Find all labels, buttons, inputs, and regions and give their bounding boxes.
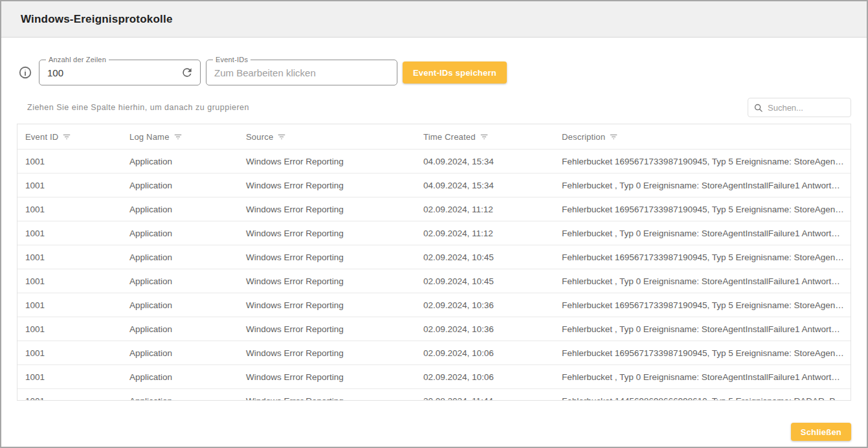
cell-time-created: 04.09.2024, 15:34	[416, 150, 554, 173]
column-header-time-created[interactable]: Time Created	[416, 124, 554, 149]
cell-event-id: 1001	[17, 317, 122, 341]
filter-icon[interactable]	[62, 132, 71, 141]
cell-log-name: Application	[122, 389, 238, 401]
table-row[interactable]: 1001ApplicationWindows Error Reporting02…	[17, 341, 851, 365]
cell-description: Fehlerbucket 1695671733987190945, Typ 5 …	[554, 150, 851, 173]
cell-description: Fehlerbucket , Typ 0 Ereignisname: Store…	[554, 221, 851, 245]
cell-event-id: 1001	[17, 245, 122, 269]
cell-source: Windows Error Reporting	[238, 365, 416, 388]
filter-icon[interactable]	[609, 132, 618, 141]
titlebar: Windows-Ereignisprotokolle	[1, 1, 867, 38]
cell-time-created: 02.09.2024, 11:12	[416, 221, 554, 245]
refresh-icon[interactable]	[181, 66, 194, 79]
row-count-field[interactable]: Anzahl der Zeilen	[39, 60, 201, 85]
table-row[interactable]: 1001ApplicationWindows Error Reporting04…	[17, 174, 851, 197]
cell-log-name: Application	[122, 174, 238, 197]
dialog-content: Anzahl der Zeilen Event-IDs Event-IDs sp…	[1, 38, 867, 447]
cell-source: Windows Error Reporting	[238, 245, 416, 269]
cell-event-id: 1001	[17, 389, 122, 401]
cell-description: Fehlerbucket 1695671733987190945, Typ 5 …	[554, 197, 851, 221]
cell-time-created: 02.09.2024, 10:06	[416, 341, 554, 364]
table-row[interactable]: 1001ApplicationWindows Error Reporting02…	[17, 269, 851, 293]
cell-source: Windows Error Reporting	[238, 174, 416, 197]
cell-source: Windows Error Reporting	[238, 221, 416, 245]
cell-event-id: 1001	[17, 293, 122, 317]
cell-description: Fehlerbucket 1695671733987190945, Typ 5 …	[554, 341, 851, 364]
cell-description: Fehlerbucket 1695671733987190945, Typ 5 …	[554, 245, 851, 269]
cell-source: Windows Error Reporting	[238, 389, 416, 401]
column-header-source[interactable]: Source	[238, 124, 416, 149]
cell-event-id: 1001	[17, 197, 122, 221]
cell-log-name: Application	[122, 197, 238, 221]
cell-time-created: 02.09.2024, 10:45	[416, 269, 554, 293]
table-body: 1001ApplicationWindows Error Reporting04…	[17, 150, 851, 401]
windows-event-log-dialog: Windows-Ereignisprotokolle Anzahl der Ze…	[0, 0, 868, 448]
cell-time-created: 04.09.2024, 15:34	[416, 174, 554, 197]
cell-source: Windows Error Reporting	[238, 197, 416, 221]
cell-source: Windows Error Reporting	[238, 269, 416, 293]
cell-log-name: Application	[122, 221, 238, 245]
cell-time-created: 02.09.2024, 10:06	[416, 365, 554, 388]
cell-log-name: Application	[122, 269, 238, 293]
event-ids-input[interactable]	[206, 67, 397, 78]
cell-source: Windows Error Reporting	[238, 293, 416, 317]
group-by-hint: Ziehen Sie eine Spalte hierhin, um danac…	[17, 103, 249, 112]
cell-event-id: 1001	[17, 150, 122, 173]
event-ids-label: Event-IDs	[213, 56, 250, 63]
event-table: Event ID Log Name Source	[17, 124, 851, 401]
event-ids-field[interactable]: Event-IDs	[206, 60, 397, 85]
filter-icon[interactable]	[173, 132, 183, 141]
controls-row: Anzahl der Zeilen Event-IDs Event-IDs sp…	[17, 60, 851, 85]
cell-time-created: 02.09.2024, 10:36	[416, 293, 554, 317]
cell-log-name: Application	[122, 150, 238, 173]
cell-description: Fehlerbucket 1695671733987190945, Typ 5 …	[554, 293, 851, 317]
table-row[interactable]: 1001ApplicationWindows Error Reporting02…	[17, 365, 851, 389]
search-icon	[753, 103, 763, 113]
table-row[interactable]: 1001ApplicationWindows Error Reporting02…	[17, 221, 851, 245]
row-count-label: Anzahl der Zeilen	[46, 56, 109, 63]
cell-log-name: Application	[122, 317, 238, 341]
cell-source: Windows Error Reporting	[238, 150, 416, 173]
cell-time-created: 02.09.2024, 10:36	[416, 317, 554, 341]
filter-icon[interactable]	[480, 132, 489, 141]
column-header-description[interactable]: Description	[554, 124, 851, 149]
search-input[interactable]	[768, 103, 845, 113]
cell-description: Fehlerbucket , Typ 0 Ereignisname: Store…	[554, 174, 851, 197]
cell-time-created: 02.09.2024, 11:12	[416, 197, 554, 221]
cell-source: Windows Error Reporting	[238, 317, 416, 341]
table-row[interactable]: 1001ApplicationWindows Error Reporting02…	[17, 293, 851, 317]
cell-event-id: 1001	[17, 365, 122, 388]
save-event-ids-button[interactable]: Event-IDs speichern	[403, 62, 507, 84]
cell-event-id: 1001	[17, 221, 122, 245]
toolbar-row: Ziehen Sie eine Spalte hierhin, um danac…	[17, 98, 851, 117]
cell-description: Fehlerbucket 1445698698666998610, Typ 5 …	[554, 389, 851, 401]
info-icon[interactable]	[18, 65, 32, 80]
cell-log-name: Application	[122, 293, 238, 317]
cell-time-created: 02.09.2024, 10:45	[416, 245, 554, 269]
table-row[interactable]: 1001ApplicationWindows Error Reporting04…	[17, 150, 851, 174]
cell-description: Fehlerbucket , Typ 0 Ereignisname: Store…	[554, 317, 851, 341]
row-count-input[interactable]	[39, 67, 181, 78]
cell-source: Windows Error Reporting	[238, 341, 416, 364]
cell-time-created: 30.08.2024, 11:44	[416, 389, 554, 401]
table-row[interactable]: 1001ApplicationWindows Error Reporting02…	[17, 197, 851, 221]
table-row[interactable]: 1001ApplicationWindows Error Reporting02…	[17, 245, 851, 269]
close-button[interactable]: Schließen	[791, 423, 851, 441]
cell-description: Fehlerbucket , Typ 0 Ereignisname: Store…	[554, 365, 851, 388]
table-header: Event ID Log Name Source	[17, 124, 851, 150]
cell-event-id: 1001	[17, 174, 122, 197]
page-title: Windows-Ereignisprotokolle	[21, 13, 173, 26]
cell-log-name: Application	[122, 245, 238, 269]
cell-log-name: Application	[122, 341, 238, 364]
filter-icon[interactable]	[277, 132, 286, 141]
cell-description: Fehlerbucket , Typ 0 Ereignisname: Store…	[554, 269, 851, 293]
table-row[interactable]: 1001ApplicationWindows Error Reporting02…	[17, 317, 851, 341]
table-row[interactable]: 1001ApplicationWindows Error Reporting30…	[17, 389, 851, 401]
cell-event-id: 1001	[17, 269, 122, 293]
column-header-log-name[interactable]: Log Name	[122, 124, 238, 149]
search-box[interactable]	[748, 98, 851, 117]
cell-log-name: Application	[122, 365, 238, 388]
cell-event-id: 1001	[17, 341, 122, 364]
column-header-event-id[interactable]: Event ID	[17, 124, 122, 149]
